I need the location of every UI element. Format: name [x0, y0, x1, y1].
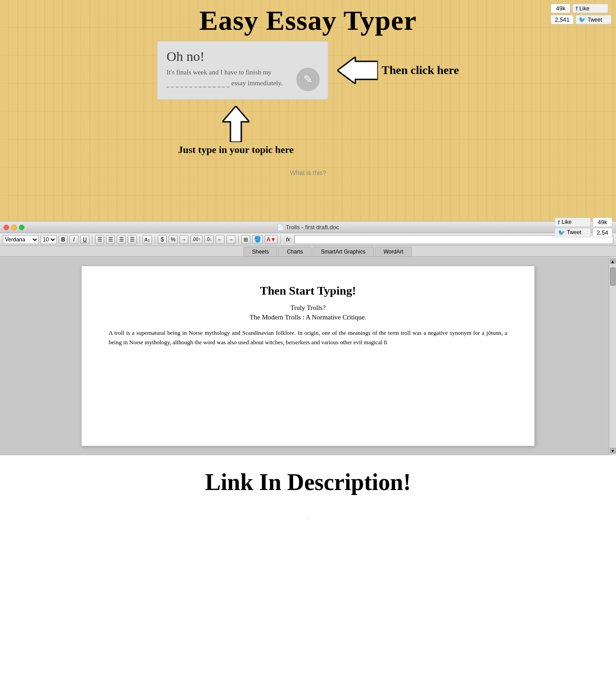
document-body[interactable]: A troll is a supernatural being in Norse… — [109, 328, 507, 347]
wp-tw-count: 2,54 — [593, 228, 612, 237]
table-button[interactable]: ⊞ — [241, 235, 250, 244]
document-page: Then Start Typing! Truly Trolls? The Mod… — [81, 266, 535, 446]
scroll-track — [610, 264, 616, 448]
document-area: Then Start Typing! Truly Trolls? The Mod… — [0, 257, 616, 455]
wp-facebook-icon: f — [558, 219, 560, 226]
tab-charts[interactable]: Charts — [278, 247, 311, 256]
fb-count: 49k — [551, 4, 570, 13]
svg-marker-0 — [337, 57, 378, 84]
font-size-select[interactable]: 10 — [41, 235, 57, 244]
wood-hero-section: 49k f Like 2,541 🐦 Tweet Easy Essay Type… — [0, 0, 616, 221]
just-type-label: Just type in your topic here — [178, 144, 294, 156]
currency-button[interactable]: $ — [158, 235, 167, 244]
toolbar-separator-4 — [238, 236, 239, 244]
decimal-dec-button[interactable]: .0↓ — [204, 235, 214, 244]
topic-input[interactable] — [166, 79, 230, 88]
facebook-icon: f — [575, 5, 577, 12]
align-left-button[interactable]: ☰ — [95, 235, 104, 244]
scroll-down-button[interactable]: ▼ — [610, 448, 616, 453]
close-button[interactable] — [4, 225, 9, 230]
essay-card: Oh no! It's finals week and I have to fi… — [157, 41, 328, 100]
wp-tw-tweet-button[interactable]: 🐦 Tweet — [555, 228, 591, 237]
wp-title: 📄 Trolls - first draft.doc — [277, 224, 339, 231]
italic-button[interactable]: I — [69, 235, 78, 244]
svg-marker-1 — [222, 106, 249, 142]
toolbar-separator-3 — [155, 236, 155, 244]
wp-social-right: f Like 49k 🐦 Tweet 2,54 — [555, 217, 612, 237]
minimize-button[interactable] — [11, 225, 17, 230]
indent-inc-button[interactable]: → — [226, 235, 235, 244]
wp-toolbar: Verdana 10 B I U ☰ ☰ ☰ ☰ A↕ $ % → .00↑ .… — [0, 233, 616, 246]
wp-fb-count: 49k — [593, 217, 612, 227]
tab-wordart[interactable]: WordArt — [375, 247, 412, 256]
font-color-button[interactable]: A▼ — [265, 235, 278, 244]
scroll-up-button[interactable]: ▲ — [610, 259, 616, 264]
maximize-button[interactable] — [19, 225, 24, 230]
document-subtitle2: The Modern Trolls : A Normative Critique… — [109, 314, 507, 321]
toolbar-separator-2 — [139, 236, 140, 244]
pencil-icon: ✎ — [303, 73, 313, 86]
what-is-this-text[interactable]: What is this? — [290, 169, 326, 176]
toolbar-separator-5 — [280, 236, 281, 244]
fill-color-button[interactable]: 🪣 — [252, 235, 263, 244]
decimal-inc-button[interactable]: .00↑ — [190, 235, 202, 244]
scrollbar[interactable]: ▲ ▼ — [609, 257, 616, 455]
then-click-area: Then click here — [337, 57, 459, 84]
then-click-label: Then click here — [382, 64, 459, 77]
left-arrow-icon — [337, 57, 378, 84]
underline-button[interactable]: U — [80, 235, 89, 244]
word-processor-window: 📄 Trolls - first draft.doc f Like 49k 🐦 … — [0, 221, 616, 455]
oh-no-text: Oh no! — [166, 49, 319, 64]
social-top-right: 49k f Like 2,541 🐦 Tweet — [551, 4, 611, 24]
tw-count: 2,541 — [551, 15, 574, 24]
bottom-section: Link In Description! , — [0, 455, 616, 529]
tab-button[interactable]: → — [179, 235, 188, 244]
align-center-button[interactable]: ☰ — [106, 235, 115, 244]
font-size-icon-button[interactable]: A↕ — [143, 235, 152, 244]
percent-button[interactable]: % — [169, 235, 178, 244]
twitter-icon: 🐦 — [579, 16, 586, 23]
font-select[interactable]: Verdana — [3, 235, 39, 244]
traffic-lights — [4, 225, 24, 230]
formula-icon: fx — [284, 235, 293, 244]
align-justify-button[interactable]: ☰ — [128, 235, 137, 244]
scroll-thumb[interactable] — [610, 268, 616, 286]
wp-titlebar: 📄 Trolls - first draft.doc f Like 49k 🐦 … — [0, 222, 616, 233]
document-title: Then Start Typing! — [109, 284, 507, 298]
tw-tweet-button[interactable]: 🐦 Tweet — [575, 15, 611, 24]
up-arrow-icon — [222, 106, 249, 142]
fb-like-button[interactable]: f Like — [572, 4, 608, 13]
tab-sheets[interactable]: Sheets — [244, 247, 277, 256]
main-title: Easy Essay Typer — [199, 5, 417, 37]
card-arrow-row: Oh no! It's finals week and I have to fi… — [157, 41, 459, 100]
footer-text: , — [9, 513, 607, 520]
document-subtitle1: Truly Trolls? — [109, 304, 507, 312]
bold-button[interactable]: B — [59, 235, 68, 244]
bottom-title: Link In Description! — [9, 469, 607, 495]
align-right-button[interactable]: ☰ — [117, 235, 126, 244]
tab-smartart-graphics[interactable]: SmartArt Graphics — [313, 247, 374, 256]
toolbar-separator-1 — [92, 236, 92, 244]
wp-fb-like-button[interactable]: f Like — [555, 217, 591, 227]
type-here-area: Just type in your topic here — [178, 106, 294, 156]
wp-twitter-icon: 🐦 — [558, 229, 565, 236]
indent-dec-button[interactable]: ← — [216, 235, 225, 244]
pencil-button[interactable]: ✎ — [296, 68, 320, 91]
wp-tabs-bar: Sheets Charts SmartArt Graphics WordArt — [0, 246, 616, 257]
